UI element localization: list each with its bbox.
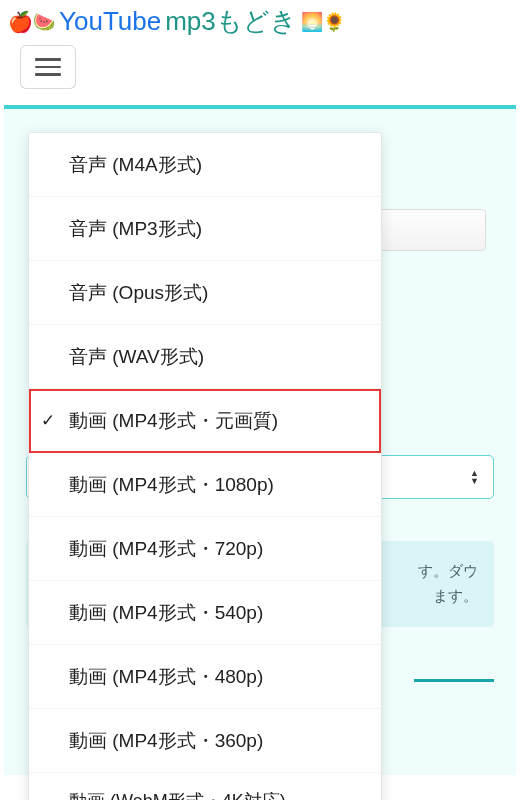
site-logo-text[interactable]: YouTubemp3もどき — [59, 4, 297, 39]
logo-image-icon: 🌅🌻 — [301, 11, 345, 33]
format-option-3[interactable]: 音声 (WAV形式) — [29, 325, 381, 389]
check-icon: ✓ — [41, 410, 69, 431]
menu-toggle-button[interactable] — [20, 45, 76, 89]
format-option-9[interactable]: 動画 (MP4形式・360p) — [29, 709, 381, 773]
format-option-4[interactable]: ✓動画 (MP4形式・元画質) — [29, 389, 381, 453]
hint-line-1: す。ダウ — [418, 562, 478, 581]
sunrise-icon: 🌅 — [301, 11, 323, 33]
format-option-label: 音声 (M4A形式) — [69, 152, 202, 178]
logo-fruit-icon: 🍎 🍉 — [8, 10, 55, 34]
watermelon-icon: 🍉 — [33, 11, 55, 33]
format-option-label: 動画 (WebM形式・4K対応) — [69, 790, 286, 800]
format-option-label: 動画 (MP4形式・1080p) — [69, 472, 274, 498]
format-option-label: 音声 (WAV形式) — [69, 344, 204, 370]
format-dropdown: 音声 (M4A形式)音声 (MP3形式)音声 (Opus形式)音声 (WAV形式… — [28, 132, 382, 800]
format-option-label: 動画 (MP4形式・720p) — [69, 536, 263, 562]
hint-line-2: ます。 — [433, 587, 478, 606]
logo-you: You — [59, 6, 103, 36]
format-option-label: 音声 (MP3形式) — [69, 216, 202, 242]
format-option-1[interactable]: 音声 (MP3形式) — [29, 197, 381, 261]
action-button[interactable] — [376, 209, 486, 251]
format-option-7[interactable]: 動画 (MP4形式・540p) — [29, 581, 381, 645]
select-chevron-icon: ▲▼ — [470, 469, 479, 485]
format-option-label: 動画 (MP4形式・480p) — [69, 664, 263, 690]
format-option-6[interactable]: 動画 (MP4形式・720p) — [29, 517, 381, 581]
apple-icon: 🍎 — [8, 10, 33, 34]
accent-underline — [414, 679, 494, 682]
format-option-label: 動画 (MP4形式・元画質) — [69, 408, 278, 434]
format-option-2[interactable]: 音声 (Opus形式) — [29, 261, 381, 325]
format-option-label: 動画 (MP4形式・540p) — [69, 600, 263, 626]
format-option-10[interactable]: 動画 (WebM形式・4K対応) — [29, 773, 381, 800]
site-header: 🍎 🍉 YouTubemp3もどき 🌅🌻 — [0, 0, 520, 39]
format-option-5[interactable]: 動画 (MP4形式・1080p) — [29, 453, 381, 517]
format-option-label: 動画 (MP4形式・360p) — [69, 728, 263, 754]
logo-mp3: mp3 — [165, 6, 216, 36]
format-option-0[interactable]: 音声 (M4A形式) — [29, 133, 381, 197]
sunflower-icon: 🌻 — [323, 11, 345, 33]
format-option-8[interactable]: 動画 (MP4形式・480p) — [29, 645, 381, 709]
format-option-label: 音声 (Opus形式) — [69, 280, 208, 306]
logo-tube: Tube — [103, 6, 161, 36]
logo-modoki: もどき — [216, 6, 297, 36]
